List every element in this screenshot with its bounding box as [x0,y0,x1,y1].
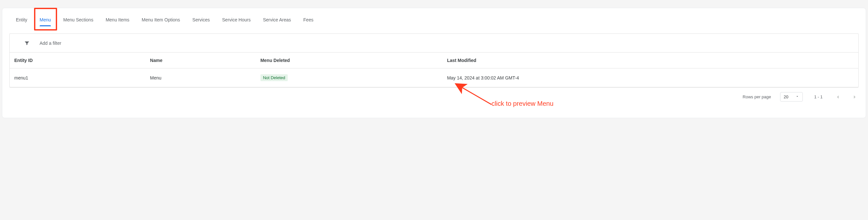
tab-fees[interactable]: Fees [302,15,315,24]
pagination-prev-button[interactable] [834,93,842,101]
filter-bar[interactable]: Add a filter [10,34,858,53]
pagination-bar: Rows per page 20 1 - 1 [2,88,866,102]
rows-per-page-value: 20 [784,94,788,99]
filter-icon [24,40,30,46]
column-header-name[interactable]: Name [146,53,256,68]
tab-menu-item-options[interactable]: Menu Item Options [141,15,181,24]
tab-services[interactable]: Services [191,15,211,24]
tab-menu[interactable]: Menu [38,15,52,24]
tabs-bar: EntityMenuMenu SectionsMenu ItemsMenu It… [2,8,866,28]
rows-per-page-select[interactable]: 20 [780,92,803,101]
cell-last-modified: May 14, 2024 at 3:00:02 AM GMT-4 [442,68,858,87]
table-row[interactable]: menu1MenuNot DeletedMay 14, 2024 at 3:00… [10,68,858,87]
tab-menu-items[interactable]: Menu Items [104,15,131,24]
column-header-entity-id[interactable]: Entity ID [10,53,146,68]
column-header-last-modified[interactable]: Last Modified [442,53,858,68]
caret-down-icon [795,94,799,99]
content-card: EntityMenuMenu SectionsMenu ItemsMenu It… [2,8,866,118]
pagination-range: 1 - 1 [812,94,825,99]
column-header-menu-deleted[interactable]: Menu Deleted [256,53,443,68]
cell-entity-id: menu1 [10,68,146,87]
filter-placeholder: Add a filter [39,40,61,46]
tab-entity[interactable]: Entity [14,15,29,24]
pagination-next-button[interactable] [851,93,859,101]
cell-menu-deleted: Not Deleted [256,68,443,87]
data-table-container: Add a filter Entity ID Name Menu Deleted… [9,33,859,88]
tab-service-areas[interactable]: Service Areas [262,15,292,24]
data-table: Entity ID Name Menu Deleted Last Modifie… [10,53,858,87]
status-badge: Not Deleted [260,74,288,81]
tab-service-hours[interactable]: Service Hours [221,15,252,24]
rows-per-page-label: Rows per page [743,94,771,99]
tab-menu-sections[interactable]: Menu Sections [62,15,95,24]
cell-name: Menu [146,68,256,87]
